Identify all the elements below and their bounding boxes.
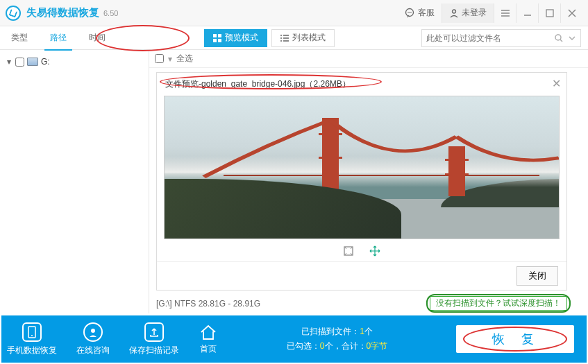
- body: ▾ G: ▾ 全选 文件预览-golden_gate_bridge-046.jp…: [0, 50, 588, 313]
- svg-rect-8: [213, 39, 217, 42]
- user-icon: [449, 8, 459, 18]
- svg-point-2: [409, 12, 410, 13]
- login-label: 未登录: [462, 7, 487, 19]
- preview-mode-button[interactable]: 预览模式: [204, 29, 267, 47]
- app-version: 6.50: [103, 9, 118, 17]
- login-button[interactable]: 未登录: [442, 3, 494, 23]
- maximize-button[interactable]: [538, 3, 560, 23]
- svg-point-10: [555, 35, 561, 40]
- home-button[interactable]: 首页: [199, 324, 218, 355]
- tab-path[interactable]: 路径: [39, 26, 78, 50]
- tab-type[interactable]: 类型: [0, 26, 39, 50]
- svg-point-13: [31, 335, 33, 336]
- scan-stats: 已扫描到文件：1个 已勾选：0个，合计：0字节: [218, 326, 456, 352]
- svg-point-1: [408, 12, 409, 13]
- tabs-row: 类型 路径 时间 预览模式 列表模式: [0, 26, 588, 50]
- save-scan-button[interactable]: 保存扫描记录: [124, 315, 185, 363]
- svg-rect-7: [218, 34, 221, 37]
- footer: 手机数据恢复 在线咨询 保存扫描记录 首页 已扫描到文件：1个 已勾选：0个，合…: [1, 315, 587, 363]
- move-icon: [369, 245, 380, 257]
- svg-point-14: [91, 329, 95, 333]
- select-all-label: 全选: [176, 53, 193, 64]
- phone-icon: [22, 322, 42, 342]
- search-box[interactable]: [421, 29, 581, 47]
- tree-drive-g[interactable]: ▾ G:: [6, 54, 143, 69]
- close-icon: [568, 9, 576, 17]
- status-row: [G:\] NTFS 28.81G - 28.91G 没有扫描到文件？试试深度扫…: [149, 292, 588, 313]
- preview-close-x[interactable]: ✕: [552, 77, 561, 90]
- list-mode-button[interactable]: 列表模式: [271, 29, 335, 47]
- menu-button[interactable]: [494, 3, 516, 23]
- sidebar: ▾ G:: [0, 50, 149, 313]
- title-bar: 失易得数据恢复 6.50 客服 未登录: [0, 0, 588, 26]
- person-icon: [83, 322, 103, 342]
- app-title: 失易得数据恢复: [26, 6, 99, 19]
- select-all-row: ▾ 全选: [149, 50, 588, 68]
- preview-panel: 文件预览-golden_gate_bridge-046.jpg（2.26MB） …: [156, 72, 567, 291]
- minimize-icon: [523, 8, 532, 18]
- close-window-button[interactable]: [560, 3, 582, 23]
- support-label: 客服: [418, 7, 435, 19]
- tree-collapse-icon[interactable]: ▾: [6, 57, 12, 67]
- main-area: ▾ 全选 文件预览-golden_gate_bridge-046.jpg（2.2…: [149, 50, 588, 313]
- recover-button[interactable]: 恢复: [456, 325, 574, 353]
- svg-point-4: [453, 10, 456, 13]
- move-button[interactable]: [369, 245, 380, 257]
- drive-label: G:: [41, 57, 50, 67]
- drive-icon: [27, 58, 38, 66]
- svg-point-3: [410, 12, 412, 13]
- tab-time[interactable]: 时间: [78, 26, 117, 50]
- home-icon: [199, 324, 218, 340]
- grid-icon: [213, 34, 221, 42]
- online-consult-button[interactable]: 在线咨询: [62, 315, 124, 363]
- preview-toolbar: [157, 241, 566, 261]
- app-logo: [6, 6, 21, 21]
- drive-info: [G:\] NTFS 28.81G - 28.91G: [156, 299, 260, 309]
- export-icon: [144, 322, 164, 342]
- svg-rect-5: [546, 10, 553, 17]
- search-input[interactable]: [426, 33, 554, 43]
- preview-image: [164, 96, 560, 239]
- fit-screen-button[interactable]: [343, 245, 354, 257]
- svg-rect-9: [218, 39, 221, 42]
- drive-checkbox[interactable]: [15, 58, 24, 67]
- minimize-button[interactable]: [516, 3, 538, 23]
- select-all-checkbox[interactable]: [155, 54, 164, 63]
- svg-rect-6: [213, 34, 217, 37]
- maximize-icon: [546, 9, 554, 17]
- chevron-down-icon[interactable]: [568, 34, 576, 42]
- search-icon: [554, 33, 564, 43]
- fit-icon: [343, 245, 354, 257]
- chat-icon: [404, 8, 415, 19]
- list-icon: [280, 34, 289, 42]
- phone-recover-button[interactable]: 手机数据恢复: [1, 315, 62, 363]
- hamburger-icon: [501, 8, 510, 18]
- deep-scan-link[interactable]: 没有扫描到文件？试试深度扫描！: [430, 296, 567, 311]
- support-button[interactable]: 客服: [397, 3, 442, 23]
- preview-close-button[interactable]: 关闭: [516, 266, 558, 286]
- preview-title: 文件预览-golden_gate_bridge-046.jpg（2.26MB）: [165, 78, 351, 90]
